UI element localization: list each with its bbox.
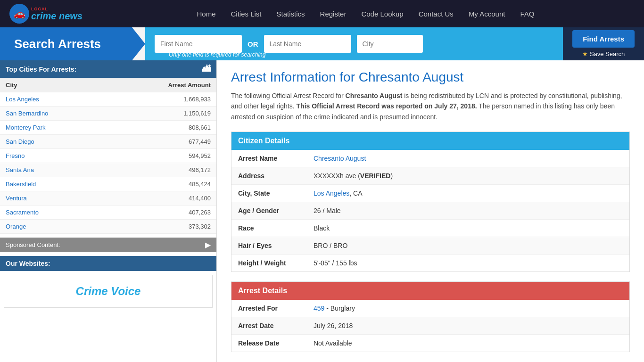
- table-row: Fresno594,952: [0, 149, 216, 163]
- age-gender-value: 26 / Male: [307, 202, 629, 220]
- city-link[interactable]: Orange: [6, 223, 26, 230]
- arrest-amount: 414,400: [108, 191, 216, 206]
- nav-link-contact-us[interactable]: Contact Us: [411, 0, 461, 27]
- nav-link-my-account[interactable]: My Account: [461, 0, 513, 27]
- arrest-amount: 1,668,933: [108, 92, 216, 107]
- city-link[interactable]: Monterey Park: [6, 124, 46, 131]
- table-row: Santa Ana496,172: [0, 163, 216, 177]
- nav-link-code-lookup[interactable]: Code Lookup: [354, 0, 411, 27]
- nav-link-register[interactable]: Register: [313, 0, 354, 27]
- arrest-amount: 373,302: [108, 220, 216, 234]
- city-link[interactable]: Los Angeles: [6, 96, 39, 103]
- save-search-link[interactable]: ★ Save Search: [582, 50, 625, 58]
- city-link[interactable]: Santa Ana: [6, 166, 34, 173]
- arrest-details-table: Arrested For 459 - Burglary Arrest Date …: [231, 300, 629, 352]
- nav-links: HomeCities ListStatisticsRegisterCode Lo…: [97, 0, 635, 27]
- search-actions: Find Arrests ★ Save Search: [563, 27, 644, 60]
- main-layout: Top Cities For Arrests: 🏙 City Arrest Am…: [0, 60, 644, 362]
- race-value: Black: [307, 220, 629, 237]
- our-websites-header: Our Websites:: [0, 256, 216, 271]
- city-link[interactable]: Fresno: [6, 152, 25, 159]
- cities-table: City Arrest Amount Los Angeles1,668,933S…: [0, 78, 216, 234]
- height-weight-value: 5'-05" / 155 lbs: [307, 255, 629, 272]
- height-weight-label: Height / Weight: [231, 255, 307, 272]
- arrested-for-label: Arrested For: [231, 300, 307, 317]
- city-state-value: Los Angeles, CA: [307, 185, 629, 202]
- citizen-details-header: Citizen Details: [231, 132, 629, 150]
- arrest-name-value: Chresanto August: [307, 150, 629, 167]
- arrested-for-value: 459 - Burglary: [307, 300, 629, 317]
- race-label: Race: [231, 220, 307, 237]
- arrest-details-header: Arrest Details: [231, 282, 629, 300]
- arrest-amount: 677,449: [108, 135, 216, 149]
- sponsored-content: Sponsored Content: ▶: [0, 238, 216, 252]
- nav-link-statistics[interactable]: Statistics: [269, 0, 313, 27]
- sidebar: Top Cities For Arrests: 🏙 City Arrest Am…: [0, 60, 217, 362]
- or-divider: OR: [248, 40, 258, 48]
- city-link[interactable]: Sacramento: [6, 209, 39, 216]
- search-title: Search Arrests: [14, 37, 101, 51]
- search-bar: Search Arrests OR Only one field is requ…: [0, 27, 644, 60]
- release-date-value: Not Available: [307, 335, 629, 352]
- arrest-name-label: Arrest Name: [231, 150, 307, 167]
- arrest-amount: 485,424: [108, 177, 216, 191]
- table-row: Bakersfield485,424: [0, 177, 216, 191]
- arrest-date-value: July 26, 2018: [307, 317, 629, 335]
- city-icon: 🏙: [202, 64, 211, 74]
- page-title: Arrest Information for Chresanto August: [231, 70, 630, 85]
- nav-link-faq[interactable]: FAQ: [512, 0, 542, 27]
- arrest-amount: 1,150,619: [108, 107, 216, 121]
- star-icon: ★: [582, 50, 588, 58]
- table-row: Monterey Park808,661: [0, 121, 216, 135]
- arrest-amount: 808,661: [108, 121, 216, 135]
- city-link[interactable]: Bakersfield: [6, 181, 36, 188]
- search-hint: Only one field is required for searching: [169, 51, 265, 58]
- hair-eyes-value: BRO / BRO: [307, 237, 629, 255]
- city-state-label: City, State: [231, 185, 307, 202]
- arrest-amount: 496,172: [108, 163, 216, 177]
- verified-badge: VERIFIED: [360, 172, 391, 180]
- main-content: Arrest Information for Chresanto August …: [217, 60, 644, 362]
- intro-paragraph: The following Official Arrest Record for…: [231, 90, 630, 122]
- logo-text: crime news: [31, 11, 83, 21]
- crime-voice-box[interactable]: Crime Voice: [4, 275, 213, 308]
- search-inputs-area: OR Only one field is required for search…: [145, 27, 563, 60]
- citizen-details-table: Arrest Name Chresanto August Address XXX…: [231, 150, 629, 272]
- play-icon: ▶: [205, 240, 211, 249]
- search-title-block: Search Arrests: [0, 27, 132, 60]
- city-link[interactable]: Ventura: [6, 195, 27, 202]
- table-row: San Diego677,449: [0, 135, 216, 149]
- address-label: Address: [231, 167, 307, 185]
- last-name-input[interactable]: [264, 35, 351, 53]
- table-row: Sacramento407,263: [0, 206, 216, 220]
- table-row: Orange373,302: [0, 220, 216, 234]
- find-arrests-button[interactable]: Find Arrests: [572, 30, 635, 48]
- first-name-input[interactable]: [155, 35, 242, 53]
- arrest-details-section: Arrest Details Arrested For 459 - Burgla…: [231, 281, 630, 352]
- arrest-amount: 407,263: [108, 206, 216, 220]
- nav-link-cities-list[interactable]: Cities List: [223, 0, 269, 27]
- subject-name: Chresanto August: [346, 92, 403, 99]
- table-row: Ventura414,400: [0, 191, 216, 206]
- search-chevron: [132, 27, 145, 60]
- city-link[interactable]: San Bernardino: [6, 110, 48, 117]
- report-date: This Official Arrest Record was reported…: [297, 102, 477, 110]
- address-value: XXXXXXh ave (VERIFIED): [307, 167, 629, 185]
- city-link[interactable]: San Diego: [6, 138, 34, 145]
- arrest-code-link[interactable]: 459: [314, 304, 324, 312]
- release-date-label: Release Date: [231, 335, 307, 352]
- table-row: Los Angeles1,668,933: [0, 92, 216, 107]
- amount-col-header: Arrest Amount: [108, 78, 216, 92]
- nav-link-home[interactable]: Home: [190, 0, 223, 27]
- city-link[interactable]: Los Angeles: [314, 189, 349, 197]
- hair-eyes-label: Hair / Eyes: [231, 237, 307, 255]
- city-col-header: City: [0, 78, 108, 92]
- arrest-date-label: Arrest Date: [231, 317, 307, 335]
- arrest-name-link[interactable]: Chresanto August: [314, 155, 366, 162]
- arrest-amount: 594,952: [108, 149, 216, 163]
- city-input[interactable]: [357, 35, 423, 53]
- logo-icon: 🚗: [9, 4, 29, 24]
- citizen-details-section: Citizen Details Arrest Name Chresanto Au…: [231, 132, 630, 272]
- logo[interactable]: 🚗 LOCAL crime news: [9, 4, 83, 24]
- crime-voice-text: Crime Voice: [76, 285, 141, 297]
